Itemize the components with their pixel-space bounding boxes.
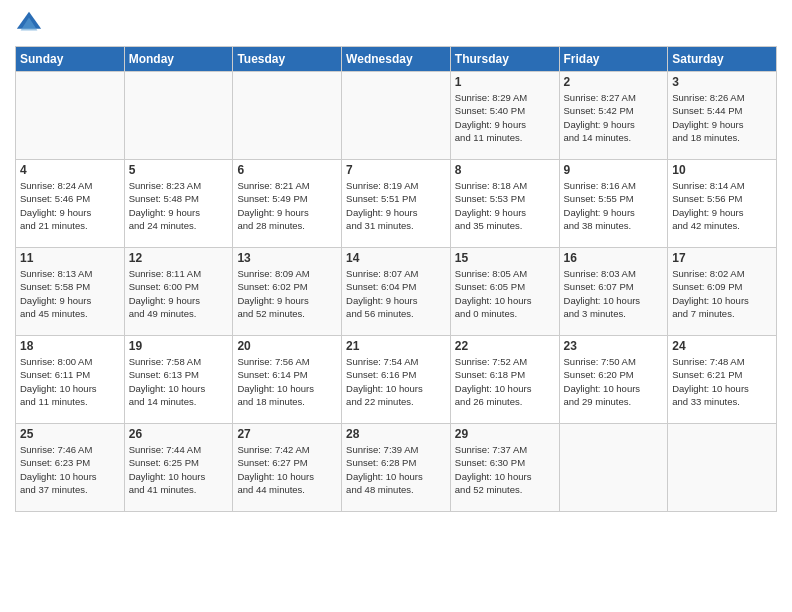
day-cell: 28Sunrise: 7:39 AM Sunset: 6:28 PM Dayli… xyxy=(342,424,451,512)
day-cell xyxy=(668,424,777,512)
day-info: Sunrise: 8:23 AM Sunset: 5:48 PM Dayligh… xyxy=(129,179,229,232)
day-number: 1 xyxy=(455,75,555,89)
day-cell: 2Sunrise: 8:27 AM Sunset: 5:42 PM Daylig… xyxy=(559,72,668,160)
day-cell xyxy=(233,72,342,160)
day-info: Sunrise: 8:26 AM Sunset: 5:44 PM Dayligh… xyxy=(672,91,772,144)
day-number: 20 xyxy=(237,339,337,353)
header-cell-thursday: Thursday xyxy=(450,47,559,72)
day-cell: 20Sunrise: 7:56 AM Sunset: 6:14 PM Dayli… xyxy=(233,336,342,424)
week-row-1: 4Sunrise: 8:24 AM Sunset: 5:46 PM Daylig… xyxy=(16,160,777,248)
day-info: Sunrise: 8:02 AM Sunset: 6:09 PM Dayligh… xyxy=(672,267,772,320)
calendar-header: SundayMondayTuesdayWednesdayThursdayFrid… xyxy=(16,47,777,72)
day-info: Sunrise: 8:00 AM Sunset: 6:11 PM Dayligh… xyxy=(20,355,120,408)
header-cell-saturday: Saturday xyxy=(668,47,777,72)
day-cell: 9Sunrise: 8:16 AM Sunset: 5:55 PM Daylig… xyxy=(559,160,668,248)
day-info: Sunrise: 7:48 AM Sunset: 6:21 PM Dayligh… xyxy=(672,355,772,408)
page: SundayMondayTuesdayWednesdayThursdayFrid… xyxy=(0,0,792,522)
day-info: Sunrise: 7:54 AM Sunset: 6:16 PM Dayligh… xyxy=(346,355,446,408)
day-info: Sunrise: 8:24 AM Sunset: 5:46 PM Dayligh… xyxy=(20,179,120,232)
day-cell: 19Sunrise: 7:58 AM Sunset: 6:13 PM Dayli… xyxy=(124,336,233,424)
day-info: Sunrise: 8:11 AM Sunset: 6:00 PM Dayligh… xyxy=(129,267,229,320)
day-cell: 11Sunrise: 8:13 AM Sunset: 5:58 PM Dayli… xyxy=(16,248,125,336)
header-cell-friday: Friday xyxy=(559,47,668,72)
day-number: 13 xyxy=(237,251,337,265)
day-cell: 24Sunrise: 7:48 AM Sunset: 6:21 PM Dayli… xyxy=(668,336,777,424)
calendar-body: 1Sunrise: 8:29 AM Sunset: 5:40 PM Daylig… xyxy=(16,72,777,512)
day-info: Sunrise: 7:44 AM Sunset: 6:25 PM Dayligh… xyxy=(129,443,229,496)
day-cell xyxy=(124,72,233,160)
day-number: 5 xyxy=(129,163,229,177)
day-cell: 14Sunrise: 8:07 AM Sunset: 6:04 PM Dayli… xyxy=(342,248,451,336)
day-cell: 3Sunrise: 8:26 AM Sunset: 5:44 PM Daylig… xyxy=(668,72,777,160)
day-number: 10 xyxy=(672,163,772,177)
day-cell: 27Sunrise: 7:42 AM Sunset: 6:27 PM Dayli… xyxy=(233,424,342,512)
week-row-0: 1Sunrise: 8:29 AM Sunset: 5:40 PM Daylig… xyxy=(16,72,777,160)
header-cell-wednesday: Wednesday xyxy=(342,47,451,72)
day-cell: 12Sunrise: 8:11 AM Sunset: 6:00 PM Dayli… xyxy=(124,248,233,336)
week-row-3: 18Sunrise: 8:00 AM Sunset: 6:11 PM Dayli… xyxy=(16,336,777,424)
header-cell-tuesday: Tuesday xyxy=(233,47,342,72)
day-number: 19 xyxy=(129,339,229,353)
day-number: 29 xyxy=(455,427,555,441)
header-cell-monday: Monday xyxy=(124,47,233,72)
day-info: Sunrise: 7:50 AM Sunset: 6:20 PM Dayligh… xyxy=(564,355,664,408)
day-cell: 6Sunrise: 8:21 AM Sunset: 5:49 PM Daylig… xyxy=(233,160,342,248)
day-info: Sunrise: 7:42 AM Sunset: 6:27 PM Dayligh… xyxy=(237,443,337,496)
day-cell xyxy=(342,72,451,160)
day-info: Sunrise: 8:29 AM Sunset: 5:40 PM Dayligh… xyxy=(455,91,555,144)
header-row: SundayMondayTuesdayWednesdayThursdayFrid… xyxy=(16,47,777,72)
day-info: Sunrise: 7:58 AM Sunset: 6:13 PM Dayligh… xyxy=(129,355,229,408)
day-number: 27 xyxy=(237,427,337,441)
day-number: 3 xyxy=(672,75,772,89)
day-info: Sunrise: 8:18 AM Sunset: 5:53 PM Dayligh… xyxy=(455,179,555,232)
day-info: Sunrise: 8:07 AM Sunset: 6:04 PM Dayligh… xyxy=(346,267,446,320)
day-info: Sunrise: 8:09 AM Sunset: 6:02 PM Dayligh… xyxy=(237,267,337,320)
day-number: 7 xyxy=(346,163,446,177)
logo-icon xyxy=(15,10,43,38)
header xyxy=(15,10,777,38)
week-row-2: 11Sunrise: 8:13 AM Sunset: 5:58 PM Dayli… xyxy=(16,248,777,336)
day-number: 25 xyxy=(20,427,120,441)
day-cell: 1Sunrise: 8:29 AM Sunset: 5:40 PM Daylig… xyxy=(450,72,559,160)
day-cell: 22Sunrise: 7:52 AM Sunset: 6:18 PM Dayli… xyxy=(450,336,559,424)
day-cell: 7Sunrise: 8:19 AM Sunset: 5:51 PM Daylig… xyxy=(342,160,451,248)
day-number: 21 xyxy=(346,339,446,353)
day-number: 28 xyxy=(346,427,446,441)
day-number: 4 xyxy=(20,163,120,177)
day-info: Sunrise: 8:14 AM Sunset: 5:56 PM Dayligh… xyxy=(672,179,772,232)
day-info: Sunrise: 7:52 AM Sunset: 6:18 PM Dayligh… xyxy=(455,355,555,408)
day-number: 12 xyxy=(129,251,229,265)
day-number: 6 xyxy=(237,163,337,177)
day-cell xyxy=(559,424,668,512)
day-info: Sunrise: 8:03 AM Sunset: 6:07 PM Dayligh… xyxy=(564,267,664,320)
day-cell: 13Sunrise: 8:09 AM Sunset: 6:02 PM Dayli… xyxy=(233,248,342,336)
header-cell-sunday: Sunday xyxy=(16,47,125,72)
day-info: Sunrise: 8:27 AM Sunset: 5:42 PM Dayligh… xyxy=(564,91,664,144)
day-info: Sunrise: 8:05 AM Sunset: 6:05 PM Dayligh… xyxy=(455,267,555,320)
day-cell: 4Sunrise: 8:24 AM Sunset: 5:46 PM Daylig… xyxy=(16,160,125,248)
calendar-table: SundayMondayTuesdayWednesdayThursdayFrid… xyxy=(15,46,777,512)
day-cell: 16Sunrise: 8:03 AM Sunset: 6:07 PM Dayli… xyxy=(559,248,668,336)
day-cell: 29Sunrise: 7:37 AM Sunset: 6:30 PM Dayli… xyxy=(450,424,559,512)
day-number: 18 xyxy=(20,339,120,353)
day-number: 16 xyxy=(564,251,664,265)
day-number: 14 xyxy=(346,251,446,265)
day-number: 26 xyxy=(129,427,229,441)
day-info: Sunrise: 7:39 AM Sunset: 6:28 PM Dayligh… xyxy=(346,443,446,496)
day-number: 22 xyxy=(455,339,555,353)
day-cell: 21Sunrise: 7:54 AM Sunset: 6:16 PM Dayli… xyxy=(342,336,451,424)
logo xyxy=(15,10,45,38)
day-cell: 15Sunrise: 8:05 AM Sunset: 6:05 PM Dayli… xyxy=(450,248,559,336)
day-info: Sunrise: 7:56 AM Sunset: 6:14 PM Dayligh… xyxy=(237,355,337,408)
day-number: 9 xyxy=(564,163,664,177)
day-info: Sunrise: 7:37 AM Sunset: 6:30 PM Dayligh… xyxy=(455,443,555,496)
day-info: Sunrise: 7:46 AM Sunset: 6:23 PM Dayligh… xyxy=(20,443,120,496)
day-number: 23 xyxy=(564,339,664,353)
day-number: 15 xyxy=(455,251,555,265)
day-info: Sunrise: 8:13 AM Sunset: 5:58 PM Dayligh… xyxy=(20,267,120,320)
day-cell: 10Sunrise: 8:14 AM Sunset: 5:56 PM Dayli… xyxy=(668,160,777,248)
day-cell: 8Sunrise: 8:18 AM Sunset: 5:53 PM Daylig… xyxy=(450,160,559,248)
day-cell: 23Sunrise: 7:50 AM Sunset: 6:20 PM Dayli… xyxy=(559,336,668,424)
day-number: 2 xyxy=(564,75,664,89)
day-cell: 5Sunrise: 8:23 AM Sunset: 5:48 PM Daylig… xyxy=(124,160,233,248)
